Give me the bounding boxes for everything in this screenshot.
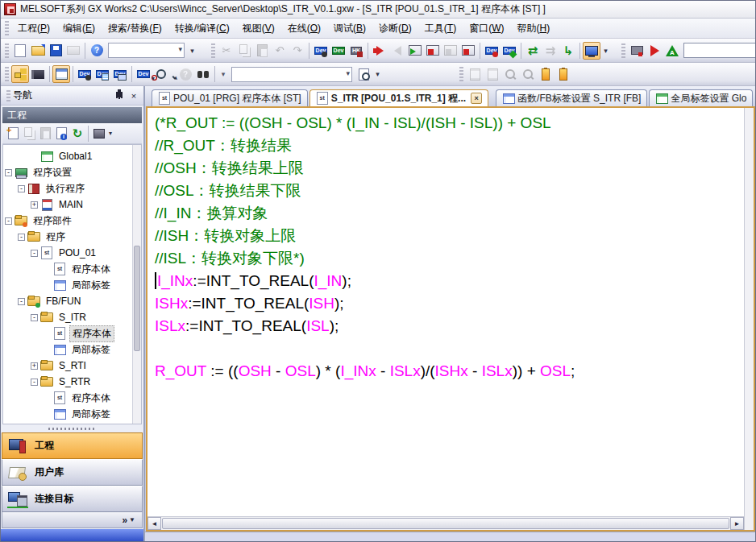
collapse-icon[interactable]: -: [31, 250, 38, 257]
tree-item[interactable]: -程序部件: [5, 213, 132, 229]
tree-item[interactable]: -执行程序: [5, 180, 132, 197]
tree-item[interactable]: -POU_01: [5, 245, 132, 261]
menubar-grip[interactable]: [5, 21, 9, 35]
collapse-icon[interactable]: -: [18, 185, 25, 192]
tree-item[interactable]: -程序设置: [5, 164, 132, 180]
collapse-icon[interactable]: -: [18, 234, 25, 241]
more-panels-button[interactable]: »: [122, 515, 126, 526]
menu-debug[interactable]: 调试(B): [327, 19, 372, 38]
monitor-mode-button[interactable]: [583, 42, 600, 60]
syntax-check-button[interactable]: [663, 42, 681, 60]
tree-item[interactable]: 局部标签: [5, 277, 132, 293]
refresh-button[interactable]: ↻: [69, 126, 85, 142]
editor-tab[interactable]: 全局标签设置 Glo: [649, 89, 753, 106]
print-button[interactable]: [64, 42, 82, 60]
menu-online[interactable]: 在线(O): [281, 19, 327, 38]
tree-item[interactable]: +S_RTI: [5, 358, 132, 374]
device-find-2-button[interactable]: [76, 65, 93, 83]
navigation-window-toggle[interactable]: [11, 65, 29, 83]
monitor-stop-button[interactable]: [424, 42, 442, 60]
toolbar-grip[interactable]: [5, 43, 9, 58]
convert-check-button[interactable]: ↳: [559, 42, 577, 60]
tree-scrollbar-thumb[interactable]: [134, 246, 140, 351]
panel-menu-dropdown-icon[interactable]: ▼: [129, 516, 135, 523]
sort-button[interactable]: [91, 126, 107, 142]
nav-grip[interactable]: [6, 90, 10, 101]
paste-button[interactable]: [253, 42, 271, 60]
toolbar-overflow-1[interactable]: [187, 42, 197, 60]
search-combo[interactable]: [231, 67, 352, 82]
toolbar-grip[interactable]: [459, 67, 463, 81]
close-icon[interactable]: ×: [127, 89, 140, 101]
editor-vertical-scrollbar[interactable]: [744, 108, 754, 530]
tree-item[interactable]: 局部标签: [5, 406, 132, 422]
collapse-icon[interactable]: -: [5, 169, 12, 176]
tree-item[interactable]: 程序本体: [5, 325, 132, 341]
tree-item[interactable]: 程序本体: [5, 261, 132, 277]
data-property-button[interactable]: [53, 126, 69, 142]
battery-status-button[interactable]: [537, 65, 555, 83]
undo-button[interactable]: ↶: [271, 42, 289, 60]
toolbar-overflow-3[interactable]: [372, 65, 383, 83]
context-help-button[interactable]: [177, 65, 194, 83]
copy-button[interactable]: [235, 42, 253, 60]
menu-edit[interactable]: 编辑(E): [56, 19, 102, 38]
project-combo[interactable]: [108, 43, 185, 58]
tree-scrollbar[interactable]: [132, 145, 141, 424]
device-test-on-button[interactable]: [501, 42, 518, 60]
menu-help[interactable]: 帮助(H): [510, 19, 556, 38]
collapse-icon[interactable]: -: [31, 314, 38, 321]
editor-horizontal-scrollbar[interactable]: ◄ ►: [147, 516, 744, 530]
module-configuration-button[interactable]: [29, 65, 47, 83]
cut-button[interactable]: ✂: [218, 42, 235, 60]
panel-splitter[interactable]: [1, 424, 143, 432]
paste-data-button[interactable]: [37, 126, 53, 142]
tree-item[interactable]: -S_ITR: [5, 309, 132, 325]
collapse-icon[interactable]: -: [31, 379, 38, 386]
convert-all-button[interactable]: ⇉: [542, 42, 559, 60]
scroll-right-button[interactable]: ►: [730, 517, 744, 530]
panel-button-lib[interactable]: 用户库: [2, 459, 143, 486]
menu-window[interactable]: 窗口(W): [463, 19, 510, 38]
tree-item[interactable]: -程序: [5, 229, 132, 245]
device-test-off-button[interactable]: [483, 42, 501, 60]
collapse-icon[interactable]: -: [5, 217, 12, 225]
editor-tab[interactable]: S_ITR [POU_01.S_ITR_1] 程...×: [309, 89, 488, 106]
device-find-button[interactable]: [312, 42, 330, 60]
menu-convert-compile[interactable]: 转换/编译(C): [168, 19, 236, 38]
zoom-out-button[interactable]: [519, 65, 537, 83]
read-from-plc-button[interactable]: [388, 42, 406, 60]
tree-item[interactable]: -S_RTR: [5, 374, 132, 390]
menu-tools[interactable]: 工具(T): [418, 19, 463, 38]
toolbar-grip[interactable]: [211, 43, 215, 58]
new-project-button[interactable]: [11, 42, 29, 60]
open-project-button[interactable]: [29, 42, 47, 60]
tree-item[interactable]: -FB/FUN: [5, 293, 132, 309]
toolbar-grip[interactable]: [621, 43, 625, 58]
new-data-button[interactable]: [5, 126, 21, 142]
tree-item[interactable]: Global1: [5, 148, 132, 164]
device-network-button[interactable]: [111, 65, 129, 83]
convert-button[interactable]: ⇄: [524, 42, 542, 60]
pin-icon[interactable]: [113, 89, 126, 101]
panel-button-proj[interactable]: 工程: [2, 432, 143, 459]
menu-find-replace[interactable]: 搜索/替换(F): [102, 19, 168, 38]
tab-close-icon[interactable]: ×: [471, 93, 482, 104]
statement-button[interactable]: [466, 65, 484, 83]
toolbar-grip[interactable]: [5, 67, 9, 81]
menu-project[interactable]: 工程(P): [11, 19, 56, 38]
device-comment-button[interactable]: [330, 42, 347, 60]
st-code-editor[interactable]: (*R_OUT := ((OSH - OSL) * (I_IN - ISL)/(…: [147, 108, 744, 516]
menu-diagnostics[interactable]: 诊断(D): [372, 19, 418, 38]
watch-window-button[interactable]: [135, 65, 152, 83]
copy-data-button[interactable]: [21, 126, 37, 142]
write-to-plc-button[interactable]: [371, 42, 388, 60]
scroll-left-button[interactable]: ◄: [147, 517, 161, 530]
work-window-button[interactable]: [52, 65, 70, 83]
tree-item[interactable]: +MAIN: [5, 197, 132, 213]
find-in-document-button[interactable]: [355, 65, 372, 83]
scan-time-display[interactable]: 100ms: [683, 43, 755, 58]
editor-tab[interactable]: POU_01 [PRG] 程序本体 [ST]: [152, 89, 308, 106]
save-project-button[interactable]: [47, 42, 64, 60]
st-monitor-button[interactable]: [628, 42, 646, 60]
